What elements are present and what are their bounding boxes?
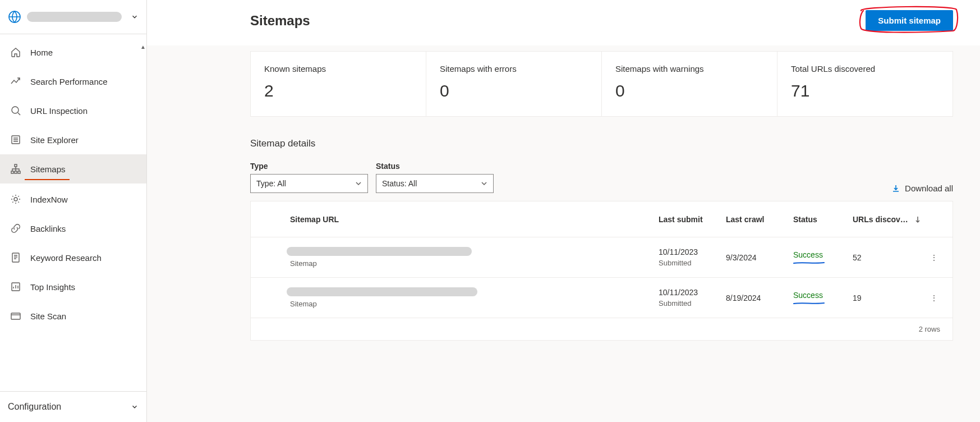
sort-arrow-icon [914, 215, 922, 223]
col-header-status[interactable]: Status [793, 215, 853, 224]
sidebar-item-sitemaps[interactable]: Sitemaps [0, 154, 146, 184]
sidebar-item-site-scan[interactable]: Site Scan [0, 301, 146, 331]
sitemap-details-heading: Sitemap details [250, 138, 953, 149]
sitemap-icon [10, 163, 21, 175]
list-icon [10, 134, 21, 145]
configuration-label: Configuration [8, 402, 61, 412]
sidebar-item-top-insights[interactable]: Top Insights [0, 272, 146, 301]
sidebar-item-backlinks[interactable]: Backlinks [0, 214, 146, 243]
filter-type-select[interactable]: Type: All [250, 174, 368, 193]
table-row[interactable]: Sitemap 10/11/2023 Submitted 8/19/2024 S… [251, 278, 953, 318]
row-menu-button[interactable]: ⋮ [926, 293, 942, 302]
submit-note: Submitted [659, 299, 726, 308]
svg-point-1 [12, 107, 19, 113]
stat-label: Sitemaps with errors [440, 64, 588, 74]
last-submit-value: 10/11/2023 [659, 247, 726, 256]
table-row[interactable]: Sitemap 10/11/2023 Submitted 9/3/2024 Su… [251, 237, 953, 278]
sidebar-item-label: Sitemaps [30, 164, 66, 174]
trend-icon [10, 76, 21, 87]
sidebar-item-indexnow[interactable]: IndexNow [0, 185, 146, 214]
col-header-url[interactable]: Sitemap URL [287, 215, 659, 224]
filter-status-value: Status: All [382, 179, 417, 188]
filter-status-select[interactable]: Status: All [376, 174, 494, 193]
sidebar-item-home[interactable]: Home [0, 38, 146, 67]
sidebar-nav: Home Search Performance URL Inspection S… [0, 34, 146, 391]
link-icon [10, 223, 21, 234]
stat-label: Total URLs discovered [791, 64, 939, 74]
row-menu-button[interactable]: ⋮ [926, 253, 942, 262]
sidebar-item-url-inspection[interactable]: URL Inspection [0, 96, 146, 125]
globe-icon [8, 10, 21, 24]
svg-rect-5 [15, 171, 17, 173]
doc-icon [10, 252, 21, 263]
stat-sitemaps-warnings: Sitemaps with warnings 0 [602, 52, 777, 116]
annotation-blue-underline [793, 302, 825, 305]
sidebar-item-label: Site Explorer [30, 135, 79, 145]
insights-icon [10, 281, 21, 292]
urls-discovered-value: 19 [853, 293, 926, 302]
filter-type-value: Type: All [256, 179, 286, 188]
stats-cards: Known sitemaps 2 Sitemaps with errors 0 … [250, 51, 953, 117]
sidebar-item-site-explorer[interactable]: Site Explorer [0, 125, 146, 154]
sidebar-item-label: IndexNow [30, 195, 68, 204]
sidebar-item-label: Top Insights [30, 282, 75, 292]
svg-rect-4 [11, 171, 13, 173]
download-all-button[interactable]: Download all [891, 184, 953, 193]
stat-value: 71 [791, 81, 939, 100]
home-icon [10, 47, 21, 58]
col-header-urls[interactable]: URLs discov… [853, 215, 926, 224]
table-footer-rowcount: 2 rows [251, 318, 953, 340]
site-picker[interactable] [0, 0, 146, 34]
main-content: Sitemaps Submit sitemap Known sitemaps 2… [147, 0, 980, 422]
page-header: Sitemaps Submit sitemap [147, 0, 980, 45]
submit-note: Submitted [659, 259, 726, 267]
stat-value: 0 [440, 81, 588, 100]
svg-rect-8 [12, 253, 19, 262]
sitemap-type-label: Sitemap [290, 300, 659, 308]
sitemap-table: Sitemap URL Last submit Last crawl Statu… [250, 201, 953, 341]
stat-value: 2 [264, 81, 412, 100]
col-header-last-crawl[interactable]: Last crawl [726, 215, 793, 224]
sitemap-url-redacted [287, 247, 472, 256]
status-badge: Success [793, 250, 823, 259]
chevron-down-icon [481, 180, 487, 187]
svg-rect-10 [11, 313, 20, 319]
gear-icon [10, 194, 21, 205]
status-badge: Success [793, 291, 823, 300]
page-title: Sitemaps [250, 13, 310, 29]
sidebar-item-label: Keyword Research [30, 253, 102, 263]
stat-label: Sitemaps with warnings [615, 64, 763, 74]
svg-rect-6 [18, 171, 20, 173]
sitemap-type-label: Sitemap [290, 259, 659, 268]
stat-value: 0 [615, 81, 763, 100]
annotation-blue-underline [793, 262, 825, 264]
svg-rect-3 [15, 164, 17, 167]
sidebar: ▲ Home Search Performance URL Inspection… [0, 0, 147, 422]
sidebar-item-label: Search Performance [30, 77, 108, 86]
chevron-down-icon [131, 13, 139, 21]
chevron-down-icon [131, 403, 139, 411]
filters-row: Type Type: All Status Status: All [250, 162, 953, 193]
sitemap-url-redacted [287, 287, 477, 296]
urls-discovered-value: 52 [853, 253, 926, 262]
last-crawl-value: 9/3/2024 [726, 253, 793, 262]
table-header: Sitemap URL Last submit Last crawl Statu… [251, 201, 953, 237]
submit-sitemap-button[interactable]: Submit sitemap [866, 10, 953, 31]
search-icon [10, 105, 21, 116]
site-name-redacted [27, 12, 122, 22]
annotation-red-underline [25, 179, 70, 180]
sidebar-configuration[interactable]: Configuration [0, 391, 146, 422]
sidebar-item-label: Backlinks [30, 224, 66, 233]
sidebar-item-keyword-research[interactable]: Keyword Research [0, 243, 146, 272]
col-header-last-submit[interactable]: Last submit [659, 215, 726, 224]
svg-point-7 [14, 198, 17, 201]
sidebar-item-search-performance[interactable]: Search Performance [0, 67, 146, 96]
filter-type-label: Type [250, 162, 368, 171]
last-crawl-value: 8/19/2024 [726, 293, 793, 302]
download-icon [891, 184, 900, 193]
stat-known-sitemaps: Known sitemaps 2 [251, 52, 426, 116]
sidebar-item-label: Site Scan [30, 311, 66, 321]
sidebar-item-label: Home [30, 48, 53, 57]
sidebar-item-label: URL Inspection [30, 106, 88, 116]
stat-urls-discovered: Total URLs discovered 71 [777, 52, 953, 116]
